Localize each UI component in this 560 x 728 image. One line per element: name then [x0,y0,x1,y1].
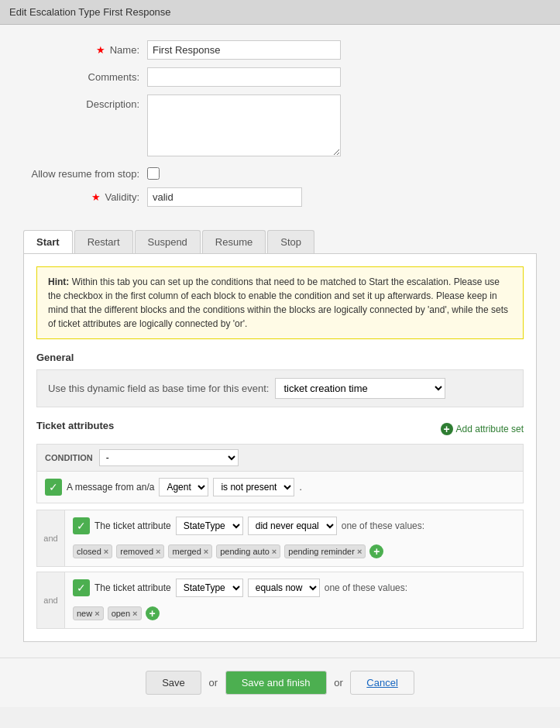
and-label-3: and [36,572,64,629]
row2-tags: closed × removed × merged × pending auto… [65,541,523,566]
tag-removed: removed × [116,544,164,558]
tag-pending-reminder: pending reminder × [284,544,366,558]
tab-stop[interactable]: Stop [267,230,314,253]
and-label-2: and [36,510,64,567]
name-label: ★ Name: [23,40,147,56]
tab-start[interactable]: Start [23,230,73,253]
base-time-select[interactable]: ticket creation time [275,378,445,399]
row1-condition-select[interactable]: is not present [213,478,294,496]
ticket-attributes-header: Ticket attributes + Add attribute set [36,420,524,438]
footer: Save or Save and finish or Cancel [0,658,560,707]
row3-suffix: one of these values: [325,582,407,593]
active-check-2[interactable]: ✓ [73,517,90,534]
active-check-1[interactable]: ✓ [45,479,62,496]
tag-pending-reminder-remove[interactable]: × [357,547,362,556]
save-finish-button[interactable]: Save and finish [225,671,327,695]
comments-label: Comments: [23,67,147,83]
tag-pending-auto: pending auto × [216,544,280,558]
tag-new: new × [73,606,104,620]
tab-resume[interactable]: Resume [202,230,266,253]
tab-restart[interactable]: Restart [74,230,133,253]
condition-row-3: ✓ The ticket attribute StateType equals … [65,572,523,603]
description-textarea[interactable] [147,94,341,156]
add-icon: + [441,423,453,435]
tabs-bar: Start Restart Suspend Resume Stop [23,230,537,253]
tag-merged: merged × [168,544,212,558]
condition-block: CONDITION - ✓ A message from an/a Agent … [36,444,524,503]
tag-open: open × [108,606,142,620]
row2-prefix: The ticket attribute [94,520,171,531]
row2-field-select[interactable]: StateType [176,517,243,535]
ticket-attributes-title: Ticket attributes [36,420,114,431]
block-content-2: ✓ The ticket attribute StateType did nev… [64,510,524,567]
hint-box: Hint: Within this tab you can set up the… [36,266,524,339]
cancel-button[interactable]: Cancel [350,671,414,695]
condition-label: CONDITION [45,453,93,462]
tag-open-remove[interactable]: × [132,609,137,618]
row1-prefix: A message from an/a [67,482,154,493]
resume-checkbox[interactable] [147,167,160,180]
block-content-3: ✓ The ticket attribute StateType equals … [64,572,524,629]
footer-or2: or [334,677,343,689]
tag-new-remove[interactable]: × [94,609,99,618]
tag-removed-remove[interactable]: × [156,547,160,556]
row2-suffix: one of these values: [342,520,424,531]
active-check-3[interactable]: ✓ [73,579,90,596]
general-title: General [36,352,524,363]
description-label: Description: [23,94,147,110]
block-row-3: and ✓ The ticket attribute StateType equ… [36,572,524,629]
condition-row-2: ✓ The ticket attribute StateType did nev… [65,510,523,541]
row1-suffix: . [299,482,301,493]
row3-prefix: The ticket attribute [94,582,171,593]
footer-or1: or [208,677,218,689]
page-title: Edit Escalation Type First Response [0,0,560,25]
comments-input[interactable] [147,67,341,87]
row3-tags: new × open × + [65,603,523,628]
resume-label: Allow resume from stop: [23,164,147,180]
row3-tag-add[interactable]: + [146,606,160,620]
block-row-2: and ✓ The ticket attribute StateType did… [36,510,524,567]
save-button[interactable]: Save [146,671,201,695]
general-box: Use this dynamic field as base time for … [36,369,524,407]
tag-closed-remove[interactable]: × [104,547,108,556]
tab-suspend[interactable]: Suspend [135,230,201,253]
base-time-label: Use this dynamic field as base time for … [48,383,269,394]
validity-input[interactable] [147,187,302,207]
condition-select[interactable]: - [99,449,239,466]
row3-condition-select[interactable]: equals now [248,579,320,597]
tag-closed: closed × [73,544,112,558]
tag-merged-remove[interactable]: × [204,547,208,556]
row1-field-select[interactable]: Agent [159,478,208,496]
condition-header: CONDITION - [37,445,523,472]
name-input[interactable] [147,40,341,60]
row3-field-select[interactable]: StateType [176,579,243,597]
tab-content: Hint: Within this tab you can set up the… [23,253,537,642]
row2-tag-add[interactable]: + [369,544,383,558]
validity-label: ★ Validity: [23,187,147,203]
add-attribute-button[interactable]: + Add attribute set [441,423,524,435]
row2-condition-select[interactable]: did never equal [248,517,337,535]
condition-row-1: ✓ A message from an/a Agent is not prese… [37,472,523,503]
tag-pending-auto-remove[interactable]: × [272,547,277,556]
